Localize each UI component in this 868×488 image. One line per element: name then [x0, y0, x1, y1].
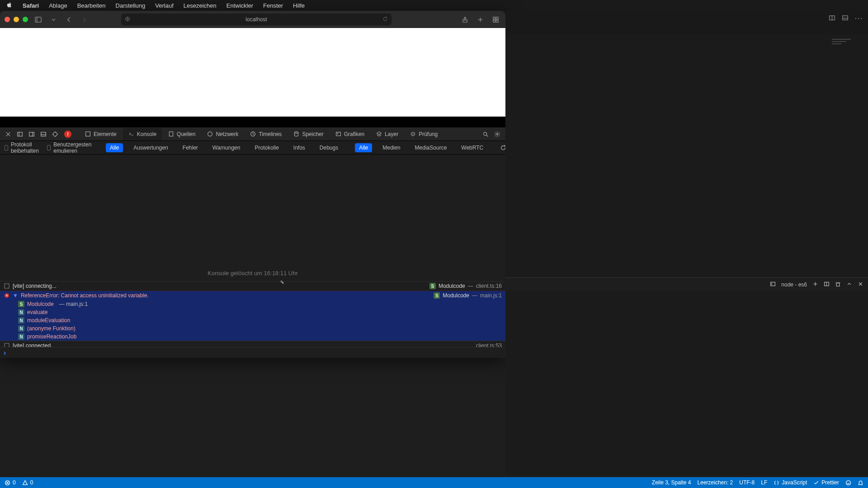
search-icon[interactable]: [480, 129, 491, 140]
filter2-all[interactable]: Alle: [355, 143, 372, 152]
disclosure-triangle-icon[interactable]: ▼: [13, 292, 18, 299]
console-log-row[interactable]: [vite] connecting... S Modulcode — clien…: [0, 281, 505, 291]
forward-icon[interactable]: [79, 14, 90, 25]
preserve-log-checkbox[interactable]: Protokoll beibehalten: [5, 141, 41, 154]
window-minimize[interactable]: [14, 17, 19, 22]
filter2-webrtc[interactable]: WebRTC: [457, 143, 487, 152]
new-terminal-icon[interactable]: [812, 281, 818, 288]
menubar-item[interactable]: Bearbeiten: [77, 2, 106, 9]
filter2-mediasource[interactable]: MediaSource: [411, 143, 451, 152]
status-bell-icon[interactable]: [858, 480, 863, 486]
dock-left-icon[interactable]: [14, 129, 25, 140]
console-cleared-message: Konsole gelöscht um 16:18:11 Uhr: [0, 270, 505, 277]
vscode-title-actions: ···: [505, 11, 868, 26]
stack-frame[interactable]: SModulcode— main.js:1: [18, 300, 505, 308]
terminal-label[interactable]: node - es6: [781, 282, 807, 288]
window-maximize[interactable]: [23, 17, 28, 22]
chevron-up-icon[interactable]: [846, 281, 852, 288]
console-output[interactable]: Konsole gelöscht um 16:18:11 Uhr ⬉ [vite…: [0, 155, 505, 358]
tab-sources[interactable]: Quellen: [163, 128, 201, 141]
devtools-close-icon[interactable]: [3, 129, 14, 140]
status-encoding[interactable]: UTF-8: [739, 479, 755, 486]
devtools-tabbar: ! Elemente Konsole Quellen Netzwerk Time…: [0, 127, 505, 141]
filter-debug[interactable]: Debugs: [316, 143, 342, 152]
svg-rect-25: [170, 132, 173, 136]
kill-terminal-icon[interactable]: [835, 281, 841, 288]
status-indent[interactable]: Leerzeichen: 2: [698, 479, 733, 486]
filter2-media[interactable]: Medien: [378, 143, 404, 152]
svg-point-32: [337, 133, 338, 134]
svg-point-35: [484, 132, 487, 135]
console-prompt[interactable]: ›: [0, 347, 505, 358]
stack-frame[interactable]: N(anonyme Funktion): [18, 324, 505, 333]
svg-rect-0: [35, 17, 41, 22]
filter-errors[interactable]: Fehler: [179, 143, 202, 152]
layout-panel-icon[interactable]: [842, 14, 849, 23]
tab-storage[interactable]: Speicher: [288, 128, 329, 141]
menubar-item[interactable]: Ablage: [49, 2, 67, 9]
error-count-badge[interactable]: !: [64, 131, 71, 138]
menubar-item[interactable]: Verlauf: [155, 2, 173, 9]
status-cursor[interactable]: Zeile 3, Spalte 4: [652, 479, 691, 486]
tab-network[interactable]: Netzwerk: [202, 128, 244, 141]
menubar-item[interactable]: Entwickler: [226, 2, 253, 9]
tab-elements[interactable]: Elemente: [80, 128, 122, 141]
split-terminal-icon[interactable]: [824, 281, 830, 288]
window-close[interactable]: [5, 17, 10, 22]
menubar-item[interactable]: Fenster: [263, 2, 283, 9]
menubar-item[interactable]: Lesezeichen: [184, 2, 217, 9]
share-icon[interactable]: [459, 14, 470, 25]
tab-console[interactable]: Konsole: [123, 128, 162, 141]
svg-marker-62: [23, 480, 27, 484]
safari-toolbar: localhost: [0, 11, 505, 28]
filter-logs[interactable]: Protokolle: [250, 143, 283, 152]
log-source[interactable]: main.js:1: [480, 292, 502, 299]
svg-rect-48: [843, 15, 848, 19]
vscode-editor[interactable]: [505, 34, 868, 475]
gear-icon[interactable]: [492, 129, 503, 140]
element-picker-icon[interactable]: [50, 129, 61, 140]
tab-graphics[interactable]: Grafiken: [330, 128, 370, 141]
filter-warnings[interactable]: Warnungen: [208, 143, 245, 152]
menubar-item[interactable]: Hilfe: [293, 2, 305, 9]
status-errors[interactable]: 0: [5, 479, 16, 486]
layout-toggle-icon[interactable]: [829, 14, 835, 23]
stack-frame[interactable]: NmoduleEvaluation: [18, 316, 505, 324]
back-icon[interactable]: [63, 14, 74, 25]
console-filter-bar: Protokoll beibehalten Benutzergesten emu…: [0, 141, 505, 155]
svg-line-29: [253, 134, 254, 135]
filter-info[interactable]: Infos: [289, 143, 309, 152]
status-prettier[interactable]: Prettier: [813, 479, 839, 486]
address-bar[interactable]: localhost: [121, 14, 392, 25]
svg-point-63: [846, 480, 851, 485]
chevron-down-icon[interactable]: [48, 14, 59, 25]
tab-layers[interactable]: Layer: [371, 128, 404, 141]
console-error-row[interactable]: ▼ ReferenceError: Cannot access uninitia…: [0, 291, 505, 300]
apple-icon[interactable]: [6, 2, 13, 9]
close-panel-icon[interactable]: [858, 281, 863, 288]
terminal-icon: [770, 281, 776, 288]
filter-all[interactable]: Alle: [106, 143, 123, 152]
status-warnings[interactable]: 0: [22, 479, 33, 486]
svg-marker-33: [377, 132, 382, 135]
filter-eval[interactable]: Auswertungen: [129, 143, 172, 152]
menubar-item[interactable]: Darstellung: [116, 2, 146, 9]
log-source[interactable]: client.ts:16: [476, 283, 502, 289]
status-language[interactable]: JavaScript: [774, 479, 807, 486]
dock-bottom-icon[interactable]: [38, 129, 49, 140]
tab-audit[interactable]: Prüfung: [405, 128, 443, 141]
stack-frame[interactable]: NpromiseReactionJob: [18, 333, 505, 341]
status-eol[interactable]: LF: [761, 479, 767, 486]
reload-icon[interactable]: [382, 16, 388, 23]
emulate-gesture-checkbox[interactable]: Benutzergesten emulieren: [47, 141, 93, 154]
new-tab-icon[interactable]: [475, 14, 486, 25]
svg-point-18: [53, 132, 57, 136]
status-feedback-icon[interactable]: [845, 480, 851, 486]
more-icon[interactable]: ···: [855, 14, 863, 23]
tab-overview-icon[interactable]: [490, 14, 501, 25]
stack-frame[interactable]: Nevaluate: [18, 308, 505, 316]
tab-timelines[interactable]: Timelines: [245, 128, 287, 141]
menubar-app[interactable]: Safari: [23, 2, 39, 9]
dock-right-icon[interactable]: [26, 129, 37, 140]
sidebar-toggle-icon[interactable]: [33, 14, 43, 25]
